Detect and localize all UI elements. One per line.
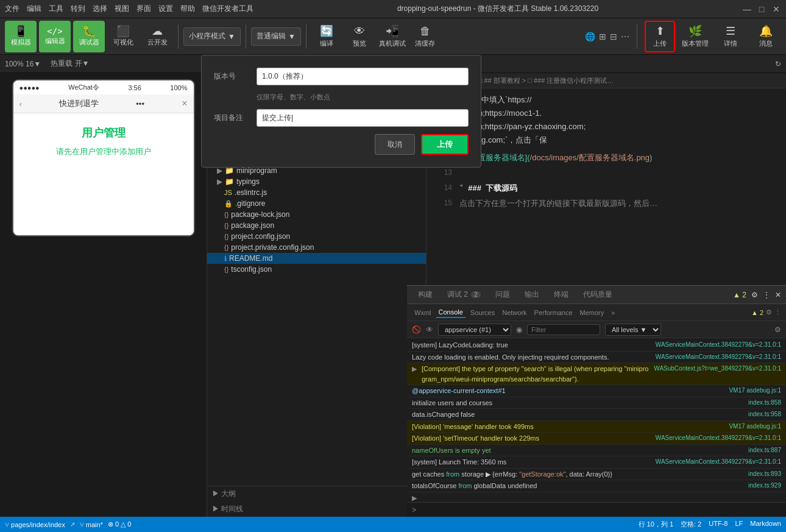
- filter-input[interactable]: [527, 324, 600, 335]
- menu-help[interactable]: 帮助: [180, 4, 195, 14]
- preview-button[interactable]: 👁 预览: [344, 21, 375, 52]
- devtools-settings-icon[interactable]: ⚙: [751, 291, 758, 299]
- file-path[interactable]: ⑂ pages/index/index: [5, 521, 65, 528]
- menu-wechat[interactable]: 微信开发者工具: [202, 4, 253, 14]
- tab-network[interactable]: Network: [500, 308, 529, 317]
- tab-terminal[interactable]: 终端: [548, 287, 575, 302]
- list-item[interactable]: ℹ README.md: [207, 253, 426, 264]
- list-item[interactable]: {} tsconfig.json: [207, 264, 426, 275]
- settings-icon[interactable]: ⚙: [774, 325, 781, 334]
- minimize-button[interactable]: —: [742, 4, 752, 14]
- list-item[interactable]: {} package.json: [207, 220, 426, 231]
- tab-more-icon[interactable]: »: [609, 308, 617, 317]
- version-input[interactable]: 1.0.0（推荐）: [257, 68, 469, 85]
- log-source[interactable]: WAServiceMainContext.38492279&v=2.31.0:1: [656, 340, 781, 349]
- console-eye-icon[interactable]: 👁: [426, 325, 433, 334]
- menu-goto[interactable]: 转到: [71, 4, 85, 14]
- maximize-button[interactable]: □: [757, 4, 767, 14]
- eye-toggle-icon[interactable]: ◉: [516, 325, 522, 334]
- log-source[interactable]: index.ts:958: [748, 410, 781, 419]
- hot-reload-control[interactable]: 热重载 开▼: [51, 59, 89, 69]
- log-source[interactable]: WAServiceMainContext.38492279&v=2.31.0:1: [656, 457, 781, 466]
- version-mgmt-button[interactable]: 🌿 版本管理: [680, 21, 710, 52]
- tab-quality[interactable]: 代码质量: [577, 287, 618, 302]
- menu-bar[interactable]: 文件 编辑 工具 转到 选择 视图 界面 设置 帮助 微信开发者工具: [5, 4, 253, 14]
- more-icon[interactable]: ⋯: [621, 32, 629, 41]
- log-source[interactable]: VM17 asdebug.js:1: [729, 386, 781, 395]
- back-icon[interactable]: ‹: [19, 99, 22, 108]
- layout-icon[interactable]: ⊞: [599, 32, 606, 41]
- phone-close-icon[interactable]: ×: [182, 98, 187, 109]
- menu-tools[interactable]: 工具: [49, 4, 63, 14]
- context-selector[interactable]: appservice (#1): [438, 324, 511, 336]
- tab-wxml[interactable]: Wxml: [412, 308, 434, 317]
- list-item[interactable]: {} package-lock.json: [207, 209, 426, 220]
- list-item[interactable]: ▶ 📁 typings: [207, 176, 426, 187]
- window-controls[interactable]: — □ ✕: [742, 4, 781, 14]
- menu-settings[interactable]: 设置: [158, 4, 173, 14]
- line-ending[interactable]: LF: [735, 520, 743, 529]
- lang-icon[interactable]: 🌐: [585, 32, 595, 41]
- list-item[interactable]: JS .eslintrc.js: [207, 187, 426, 198]
- clear-cache-button[interactable]: 🗑 清缓存: [410, 21, 441, 52]
- file-language[interactable]: Markdown: [750, 520, 781, 529]
- ban-icon[interactable]: 🚫: [412, 325, 421, 334]
- remark-input[interactable]: 提交上传|: [257, 109, 469, 127]
- list-item[interactable]: 🔒 .gitignore: [207, 198, 426, 209]
- indent-spaces[interactable]: 空格: 2: [681, 520, 701, 529]
- log-source[interactable]: WAServiceMainContext.38492279&v=2.31.0:1: [656, 352, 781, 361]
- log-source[interactable]: WASubContext.js?t=we_38492279&v=2.31.0:1: [654, 364, 781, 373]
- tab-issues[interactable]: 问题: [489, 287, 516, 302]
- refresh-button[interactable]: ↻: [775, 60, 781, 68]
- tab-console[interactable]: Console: [436, 307, 466, 318]
- message-button[interactable]: 🔔 消息: [751, 21, 781, 52]
- debugger-button[interactable]: 🐛 调试器: [73, 21, 105, 52]
- log-source[interactable]: index.ts:929: [748, 481, 781, 490]
- devtools-more-icon[interactable]: ⋮: [763, 291, 770, 299]
- cursor-position[interactable]: 行 10，列 1: [639, 520, 673, 529]
- mode-dropdown[interactable]: 小程序模式 ▼: [183, 27, 241, 46]
- console-input[interactable]: [420, 506, 781, 514]
- log-source[interactable]: WAServiceMainContext.38492279&v=2.31.0:1: [656, 433, 781, 442]
- tab-output[interactable]: 输出: [519, 287, 545, 302]
- level-selector[interactable]: All levels ▼: [605, 324, 661, 336]
- panel-icon[interactable]: ⊟: [610, 32, 617, 41]
- tab-memory[interactable]: Memory: [578, 308, 607, 317]
- log-source[interactable]: index.ts:887: [748, 445, 781, 455]
- error-count[interactable]: ⊗ 0 △ 0: [108, 520, 131, 528]
- cloud-button[interactable]: ☁ 云开发: [141, 21, 173, 52]
- log-source[interactable]: index.ts:893: [748, 469, 781, 478]
- tab-build[interactable]: 构建: [412, 287, 439, 302]
- tab-performance[interactable]: Performance: [532, 308, 575, 317]
- simulator-button[interactable]: 📱 模拟器: [5, 21, 37, 52]
- details-button[interactable]: ☰ 详情: [715, 21, 746, 52]
- close-button[interactable]: ✕: [771, 4, 781, 14]
- compile-action-button[interactable]: 🔄 编译: [311, 21, 342, 52]
- menu-view[interactable]: 视图: [115, 4, 129, 14]
- branch-name[interactable]: ⑂ main*: [80, 521, 103, 528]
- phone-more-icon[interactable]: •••: [136, 99, 144, 108]
- log-source[interactable]: VM17 asdebug.js:1: [729, 422, 781, 431]
- file-encoding[interactable]: UTF-8: [709, 520, 728, 529]
- list-item[interactable]: {} project.private.config.json: [207, 242, 426, 253]
- tab-debug[interactable]: 调试 2 2: [441, 287, 487, 302]
- menu-edit[interactable]: 编辑: [27, 4, 41, 14]
- log-source[interactable]: index.ts:858: [748, 398, 781, 407]
- menu-select[interactable]: 选择: [93, 4, 107, 14]
- timeline-toggle[interactable]: ▶ 时间线: [207, 502, 426, 517]
- console-settings-icon[interactable]: ⚙: [766, 308, 772, 316]
- editor-button[interactable]: </> 编辑器: [39, 21, 71, 52]
- upload-confirm-button[interactable]: 上传: [421, 134, 469, 155]
- compile-dropdown[interactable]: 普通编辑 ▼: [251, 27, 301, 46]
- upload-button[interactable]: ⬆ 上传: [645, 21, 675, 52]
- console-log[interactable]: [system] LazyCodeLoading: true WAService…: [407, 338, 786, 502]
- menu-interface[interactable]: 界面: [136, 4, 151, 14]
- real-debug-button[interactable]: 📲 真机调试: [377, 21, 408, 52]
- zoom-control[interactable]: 100% 16▼: [5, 60, 41, 68]
- menu-file[interactable]: 文件: [5, 4, 19, 14]
- outline-toggle[interactable]: ▶ 大纲: [207, 486, 426, 502]
- tab-sources[interactable]: Sources: [468, 308, 497, 317]
- visualize-button[interactable]: ⬛ 可视化: [107, 21, 139, 52]
- console-more-icon[interactable]: ⋮: [774, 308, 781, 316]
- devtools-close-icon[interactable]: ✕: [775, 291, 781, 299]
